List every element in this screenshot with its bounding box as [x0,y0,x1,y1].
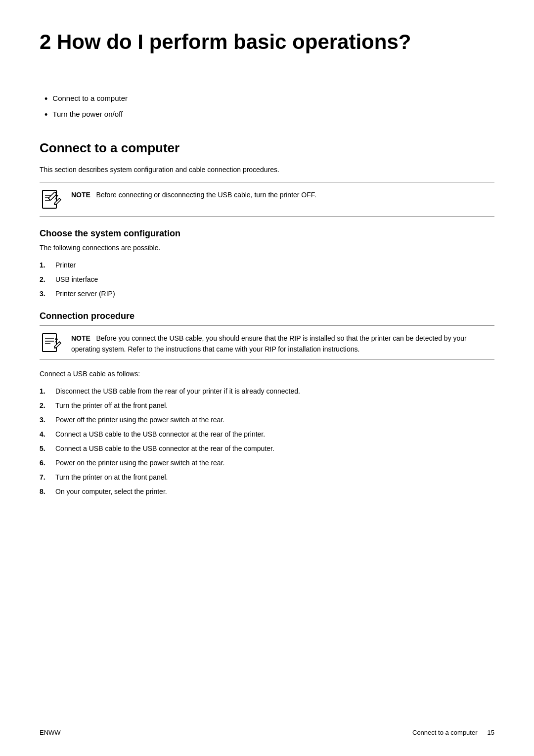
subsection-intro-config: The following connections are possible. [40,243,494,253]
step-text: Turn the printer on at the front panel. [55,472,168,483]
footer-page-label: Connect to a computer [412,729,478,736]
step-text: Connect a USB cable to the USB connector… [55,429,265,440]
step-text: Connect a USB cable to the USB connector… [55,444,274,454]
list-item: 4. Connect a USB cable to the USB connec… [40,429,494,440]
step-text: Power off the printer using the power sw… [55,415,224,425]
step-num: 6. [40,458,50,468]
list-item: 1. Disconnect the USB cable from the rea… [40,386,494,397]
toc-item-label: Connect to a computer [52,94,128,102]
steps-list: 1. Disconnect the USB cable from the rea… [40,386,494,497]
note-icon-1 [40,187,63,211]
step-num: 5. [40,444,50,454]
list-item: 6. Power on the printer using the power … [40,458,494,468]
list-num: 3. [40,289,50,299]
section-title-connect: Connect to a computer [40,140,494,156]
step-num: 2. [40,400,50,411]
list-item: 1. Printer [40,260,494,270]
toc-list: Connect to a computer Turn the power on/… [40,94,494,120]
step-num: 1. [40,386,50,397]
list-item: 2. USB interface [40,274,494,285]
footer-right: Connect to a computer 15 [412,729,494,736]
step-text: On your computer, select the printer. [55,487,167,497]
subsection-title-procedure: Connection procedure [40,311,494,321]
connect-usb-intro: Connect a USB cable as follows: [40,369,494,379]
step-text: Turn the printer off at the front panel. [55,400,168,411]
note-text-1: NOTE Before connecting or disconnecting … [71,187,316,200]
note-content-2: Before you connect the USB cable, you sh… [71,334,467,353]
note-label-1: NOTE [71,191,90,199]
list-item: 2. Turn the printer off at the front pan… [40,400,494,411]
note-content-1: Before connecting or disconnecting the U… [96,191,316,199]
step-text: Power on the printer using the power swi… [55,458,224,468]
list-num: 2. [40,274,50,285]
svg-rect-8 [43,334,56,352]
note-box-2: NOTE Before you connect the USB cable, y… [40,325,494,360]
list-item: 8. On your computer, select the printer. [40,487,494,497]
list-num: 1. [40,260,50,270]
section-intro-connect: This section describes system configurat… [40,165,494,175]
list-item: Turn the power on/off [44,110,494,121]
note-box-1: NOTE Before connecting or disconnecting … [40,182,494,217]
footer: ENWW Connect to a computer 15 [40,729,494,736]
page: 2 How do I perform basic operations? Con… [0,0,534,756]
subsection-title-config: Choose the system configuration [40,228,494,239]
list-item: 3. Printer server (RIP) [40,289,494,299]
chapter-title: 2 How do I perform basic operations? [40,30,494,54]
list-item: 3. Power off the printer using the power… [40,415,494,425]
step-num: 7. [40,472,50,483]
config-list: 1. Printer 2. USB interface 3. Printer s… [40,260,494,299]
step-text: Disconnect the USB cable from the rear o… [55,386,300,397]
list-item: Connect to a computer [44,94,494,105]
list-item: 7. Turn the printer on at the front pane… [40,472,494,483]
footer-left-label: ENWW [40,729,61,736]
list-text: Printer [55,260,76,270]
note-text-2: NOTE Before you connect the USB cable, y… [71,331,494,355]
step-num: 8. [40,487,50,497]
list-text: USB interface [55,274,98,285]
toc-item-label: Turn the power on/off [52,110,123,118]
note-label-2: NOTE [71,334,90,342]
footer-page-num: 15 [488,729,494,736]
list-item: 5. Connect a USB cable to the USB connec… [40,444,494,454]
note-icon-2 [40,331,63,355]
step-num: 4. [40,429,50,440]
step-num: 3. [40,415,50,425]
list-text: Printer server (RIP) [55,289,115,299]
